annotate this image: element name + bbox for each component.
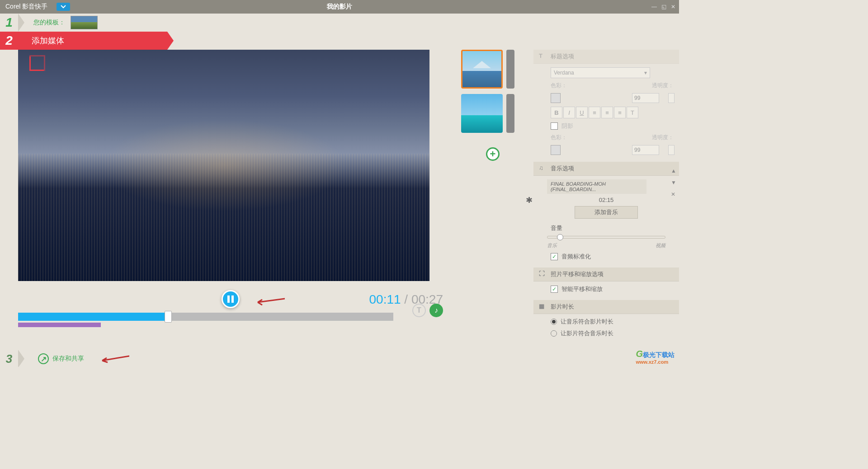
minimize-button[interactable]: —	[651, 4, 657, 10]
volume-slider[interactable]	[547, 236, 665, 239]
title-track-button[interactable]: T	[412, 304, 426, 317]
step-number: 3	[0, 352, 18, 366]
timeline-scrubber[interactable]	[18, 313, 393, 321]
media-thumbnail[interactable]	[506, 50, 514, 89]
step-3-save-share[interactable]: 3 ↗ 保存和共享	[0, 351, 515, 367]
watermark: G极光下载站 www.xz7.com	[636, 349, 675, 365]
content-logo-icon	[29, 56, 44, 71]
align-left-icon: ≡	[593, 109, 596, 116]
app-menu-dropdown[interactable]	[57, 3, 70, 11]
text-icon: T	[417, 306, 421, 314]
music-icon: ♪	[434, 306, 438, 314]
app-name: Corel 影音快手	[0, 3, 47, 11]
arrow-icon	[18, 14, 24, 32]
bold-button[interactable]: B	[551, 107, 562, 118]
opacity-label: 透明度：	[652, 134, 675, 141]
remove-music-button[interactable]: ✕	[671, 191, 676, 197]
align-left-button[interactable]: ≡	[589, 107, 600, 118]
underline-button[interactable]: U	[576, 107, 588, 118]
align-center-icon: ≡	[605, 109, 609, 116]
media-thumbnail[interactable]	[506, 94, 514, 133]
shadow-checkbox[interactable]	[551, 122, 558, 130]
step-label: 保存和共享	[52, 355, 84, 363]
chevron-down-icon: ▾	[644, 70, 647, 76]
color-swatch[interactable]	[551, 145, 561, 155]
panzoom-section: ⛶ 照片平移和缩放选项 ✓ 智能平移和缩放	[538, 267, 675, 293]
color-label: 色彩：	[551, 134, 573, 141]
step-2-add-media[interactable]: 2 添加媒体	[0, 32, 167, 50]
text-style-icon: T	[631, 109, 634, 116]
section-header: 音乐选项	[551, 164, 574, 173]
properties-panel: T 标题选项 Verdana ▾ 色彩： 透明度： B I U	[533, 50, 679, 351]
pause-icon	[227, 295, 234, 303]
panzoom-icon: ⛶	[539, 270, 547, 278]
normalize-checkbox[interactable]: ✓	[551, 253, 558, 260]
step-number: 2	[0, 33, 18, 48]
music-icon: ♫	[539, 164, 547, 173]
maximize-button[interactable]: ◱	[661, 4, 666, 10]
settings-gear-icon[interactable]: ✱	[526, 195, 533, 205]
spinner[interactable]	[668, 93, 675, 103]
music-track-name[interactable]: FINAL BOARDING-MOH (FINAL_BOARDIN...	[547, 179, 646, 194]
step-label: 您的模板：	[33, 19, 65, 27]
section-header: 标题选项	[551, 52, 574, 61]
title-options-section: T 标题选项 Verdana ▾ 色彩： 透明度： B I U	[538, 50, 675, 155]
chevron-down-icon	[61, 5, 66, 9]
slider-handle[interactable]	[557, 234, 563, 240]
arrow-icon	[18, 350, 24, 367]
section-header: 照片平移和缩放选项	[551, 270, 604, 278]
add-media-button[interactable]: +	[486, 147, 500, 161]
move-down-button[interactable]: ▼	[671, 179, 676, 186]
time-current: 00:11	[369, 292, 401, 306]
template-thumbnail[interactable]	[71, 16, 98, 29]
panel-separator: ✱	[524, 50, 533, 351]
text-style-button[interactable]: T	[627, 107, 638, 118]
plus-icon: +	[490, 148, 496, 160]
music-track-bar[interactable]	[18, 323, 393, 327]
font-select[interactable]: Verdana ▾	[551, 67, 650, 78]
smart-panzoom-checkbox[interactable]: ✓	[551, 286, 558, 293]
music-track-button[interactable]: ♪	[429, 304, 443, 317]
music-options-section: ♫ 音乐选项 FINAL BOARDING-MOH (FINAL_BOARDIN…	[538, 162, 675, 261]
title-bar: Corel 影音快手 我的影片 — ◱ ✕	[0, 0, 679, 14]
align-center-button[interactable]: ≡	[601, 107, 613, 118]
fit-music-radio[interactable]	[551, 319, 557, 325]
share-icon: ↗	[38, 353, 49, 364]
color-label: 色彩：	[551, 82, 573, 89]
playback-controls: 00:11 / 00:27	[18, 290, 443, 313]
shadow-label: 阴影	[561, 122, 573, 130]
film-icon: ▦	[539, 303, 547, 311]
step-label: 添加媒体	[32, 35, 64, 46]
text-icon: T	[539, 52, 547, 61]
annotation-arrow-icon	[98, 354, 129, 363]
duration-section: ▦ 影片时长 让音乐符合影片时长 让影片符合音乐时长	[538, 300, 675, 338]
window-controls: — ◱ ✕	[651, 4, 675, 10]
fit-video-label: 让影片符合音乐时长	[561, 329, 613, 338]
align-right-icon: ≡	[618, 109, 622, 116]
step-1-template[interactable]: 1 您的模板：	[0, 14, 679, 32]
media-thumbnail[interactable]	[461, 50, 503, 89]
opacity-input[interactable]	[632, 145, 659, 155]
color-swatch[interactable]	[551, 93, 561, 103]
volume-music-label: 音乐	[547, 242, 557, 249]
media-thumbnail[interactable]	[461, 94, 503, 133]
close-button[interactable]: ✕	[671, 4, 675, 10]
italic-button[interactable]: I	[563, 107, 575, 118]
volume-video-label: 视频	[656, 242, 665, 249]
opacity-input[interactable]	[632, 93, 659, 103]
video-preview[interactable]	[18, 50, 429, 281]
preview-column: 00:11 / 00:27 T ♪	[0, 50, 461, 351]
pause-button[interactable]	[222, 290, 240, 308]
move-up-button[interactable]: ▲	[671, 168, 676, 174]
media-thumbnails: +	[461, 50, 524, 351]
spinner[interactable]	[668, 145, 675, 155]
section-header: 影片时长	[551, 303, 574, 311]
main-area: 00:11 / 00:27 T ♪ + ✱	[0, 50, 679, 351]
timeline-handle[interactable]	[165, 311, 172, 323]
align-right-button[interactable]: ≡	[614, 107, 626, 118]
normalize-label: 音频标准化	[561, 253, 591, 261]
fit-video-radio[interactable]	[551, 330, 557, 337]
add-music-button[interactable]: 添加音乐	[575, 206, 638, 219]
annotation-arrow-icon	[253, 297, 285, 306]
document-title: 我的影片	[327, 3, 352, 11]
